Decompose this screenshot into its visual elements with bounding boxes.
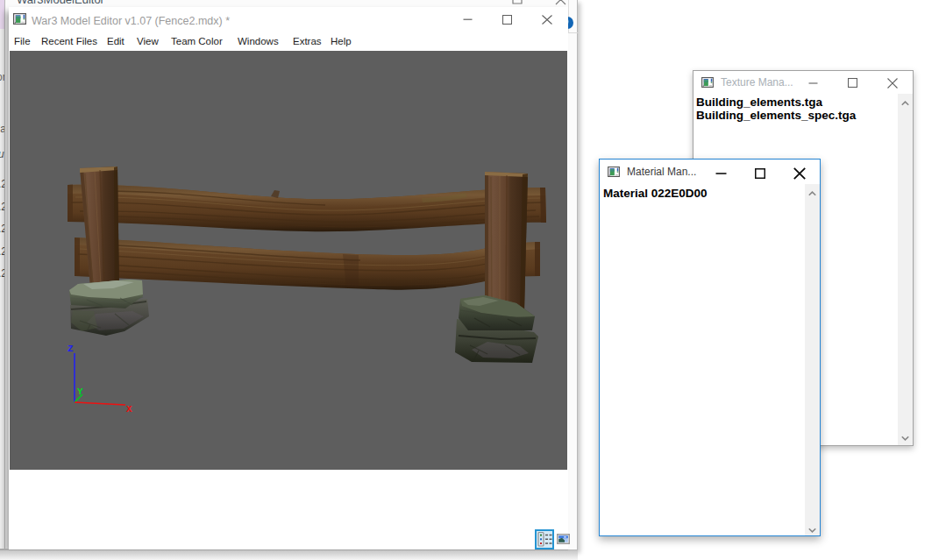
svg-text:X: X — [126, 404, 132, 415]
svg-text:Z: Z — [68, 344, 74, 354]
svg-text:Y: Y — [77, 386, 83, 397]
